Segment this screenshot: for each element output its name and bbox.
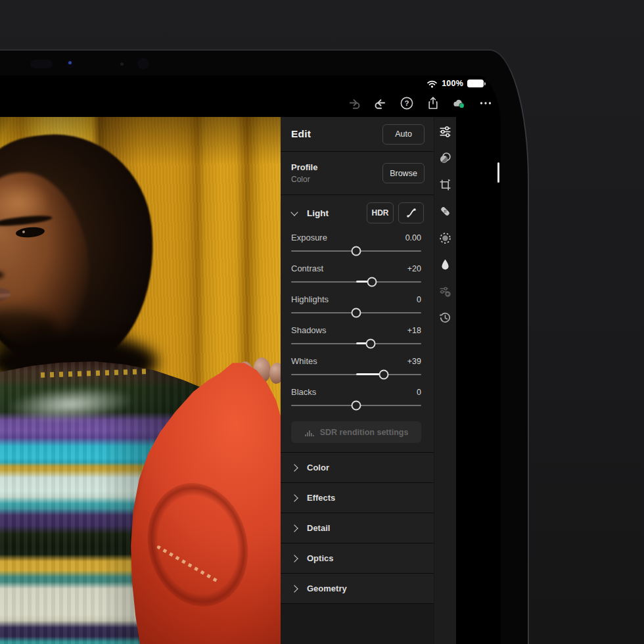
panel-empty-area: [281, 604, 434, 644]
tool-masking[interactable]: [434, 225, 456, 252]
tool-history[interactable]: [434, 305, 456, 332]
panel-title: Edit: [291, 128, 311, 140]
ipad-device: 100%: [0, 49, 529, 644]
photo-canvas[interactable]: [0, 117, 281, 644]
tool-healing[interactable]: [434, 198, 456, 225]
slider-label: Blacks: [291, 387, 316, 397]
slider-label: Contrast: [291, 264, 323, 273]
slider-knob[interactable]: [352, 246, 361, 256]
section-label: Detail: [307, 523, 330, 533]
front-camera-icon: [66, 59, 75, 68]
slider-value: +39: [407, 357, 421, 366]
crop-icon: [438, 178, 452, 192]
section-optics[interactable]: Optics: [281, 543, 434, 573]
section-label: Effects: [307, 493, 335, 503]
slider-value: 0: [417, 388, 421, 397]
slider-knob[interactable]: [365, 339, 375, 349]
tool-lens-blur[interactable]: [434, 252, 456, 279]
photo-vignette: [0, 117, 281, 644]
slider-label: Whites: [291, 356, 317, 366]
slider-label: Shadows: [291, 325, 326, 335]
copy-settings-icon: [438, 285, 452, 298]
profile-value: Color: [291, 175, 317, 184]
section-label: Color: [307, 463, 329, 472]
slider-row-contrast: Contrast +20: [281, 264, 434, 290]
active-tool-indicator: [497, 162, 500, 183]
light-section-header[interactable]: Light HDR: [281, 195, 434, 228]
slider-knob[interactable]: [379, 370, 388, 380]
cloud-sync-icon: [452, 97, 467, 110]
tool-presets[interactable]: [434, 145, 456, 172]
cloud-sync-button[interactable]: [452, 96, 467, 110]
section-color[interactable]: Color: [281, 453, 434, 482]
bezel-sensor-pill: [30, 60, 53, 68]
section-effects[interactable]: Effects: [281, 483, 434, 513]
slider-value: 0.00: [405, 233, 421, 242]
svg-text:?: ?: [404, 99, 409, 107]
tool-rail: [434, 117, 456, 644]
battery-percent: 100%: [442, 79, 463, 88]
section-label: Geometry: [307, 584, 347, 593]
tool-crop[interactable]: [434, 172, 456, 198]
chevron-right-icon: [290, 494, 298, 501]
slider-label: Highlights: [291, 294, 329, 304]
profile-label: Profile: [291, 162, 317, 172]
slider-row-blacks: Blacks 0: [281, 387, 434, 413]
healing-bandaid-icon: [438, 204, 452, 218]
lens-blur-drop-icon: [438, 258, 452, 271]
presets-icon: [438, 151, 452, 165]
screen: 100%: [0, 76, 501, 644]
slider-knob[interactable]: [367, 277, 377, 287]
redo-icon: [347, 97, 361, 109]
slider-value: +20: [407, 264, 421, 273]
browse-button[interactable]: Browse: [382, 163, 425, 183]
status-bar: 100%: [426, 79, 484, 88]
rail-gutter: [456, 117, 501, 644]
chevron-right-icon: [290, 555, 298, 562]
chevron-right-icon: [290, 464, 298, 471]
history-clock-icon: [438, 311, 452, 325]
tone-curve-icon: [405, 206, 418, 219]
slider-knob[interactable]: [352, 401, 361, 411]
undo-icon: [373, 97, 388, 109]
more-icon: [478, 96, 493, 110]
share-icon: [426, 96, 440, 110]
chevron-right-icon: [290, 524, 298, 532]
profile-row[interactable]: Profile Color Browse: [281, 152, 434, 195]
slider-row-highlights: Highlights 0: [281, 294, 434, 321]
bezel-mic-dot: [120, 62, 124, 66]
auto-button[interactable]: Auto: [382, 124, 425, 145]
more-button[interactable]: [478, 96, 493, 110]
section-detail[interactable]: Detail: [281, 513, 434, 543]
masking-icon: [438, 231, 452, 245]
slider-knob[interactable]: [352, 308, 361, 318]
toolbar: ?: [347, 96, 493, 110]
tone-curve-button[interactable]: [398, 202, 424, 223]
tool-edit[interactable]: [434, 118, 456, 145]
bezel-sensor-ring: [137, 58, 149, 70]
battery-icon: [467, 80, 484, 87]
sdr-rendition-button[interactable]: SDR rendition settings: [291, 421, 421, 443]
light-title: Light: [307, 208, 329, 218]
chevron-right-icon: [290, 585, 298, 592]
help-icon: ?: [400, 96, 414, 110]
help-button[interactable]: ?: [400, 96, 414, 110]
app-top-chrome: 100%: [0, 76, 501, 117]
slider-value: +18: [407, 326, 421, 335]
histogram-icon: [304, 428, 315, 437]
hdr-button[interactable]: HDR: [367, 202, 394, 223]
edit-panel: Edit Auto Profile Color Browse: [281, 117, 434, 644]
chevron-down-icon: [290, 208, 298, 216]
section-geometry[interactable]: Geometry: [281, 574, 434, 603]
tool-copy-settings[interactable]: [434, 278, 456, 305]
edit-sliders-icon: [438, 125, 452, 139]
sdr-button-label: SDR rendition settings: [320, 428, 409, 437]
slider-row-shadows: Shadows +18: [281, 325, 434, 352]
share-button[interactable]: [426, 96, 440, 110]
edit-header: Edit Auto: [281, 117, 434, 151]
slider-row-whites: Whites +39: [281, 356, 434, 382]
redo-button[interactable]: [347, 96, 361, 110]
undo-button[interactable]: [373, 96, 388, 110]
section-label: Optics: [307, 553, 333, 563]
slider-row-exposure: Exposure 0.00: [281, 233, 434, 259]
